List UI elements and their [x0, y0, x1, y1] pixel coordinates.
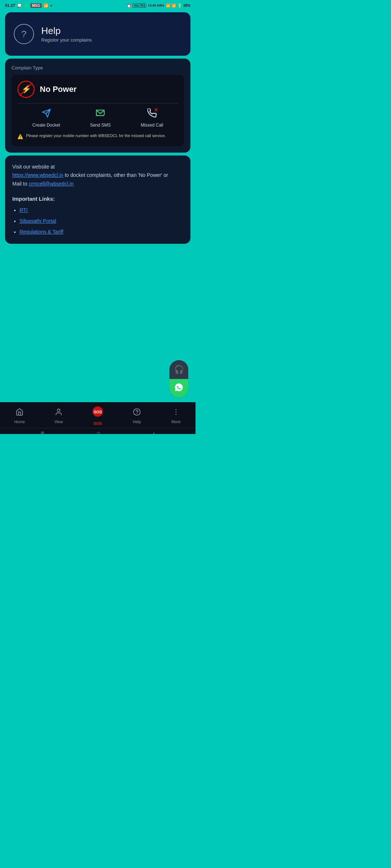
- main-content: ? Help Registor your complains Complain …: [0, 10, 196, 244]
- svg-text:SOS: SOS: [93, 410, 102, 414]
- bolt-icon: ⚡: [21, 85, 31, 94]
- sos-icon: SOS: [92, 406, 104, 420]
- agent-fab-button[interactable]: 🎧: [169, 360, 188, 379]
- list-item: Silpasathi Portal: [20, 217, 183, 226]
- create-docket-icon: [42, 109, 51, 120]
- send-sms-icon: [96, 109, 105, 120]
- help-text: Help Registor your complains: [41, 25, 92, 43]
- volte-badge: VoLTE2: [133, 3, 146, 8]
- home-icon: [16, 408, 24, 418]
- status-bar: 01:27 💬 MSG 📶 ● ⏰ VoLTE2 13.93 KB/s 📶 📶 …: [0, 0, 196, 10]
- regulations-link[interactable]: Regulations & Tariff: [20, 229, 63, 235]
- complain-inner: ⚡ No Power Create Docket: [12, 75, 184, 146]
- nav-items: Home View SOS SOS: [0, 402, 196, 428]
- warning-icon: ⚠️: [17, 133, 23, 140]
- help-nav-label: Help: [133, 420, 141, 424]
- battery-text: 38%: [183, 4, 190, 8]
- wifi-icon: 📶: [166, 4, 170, 8]
- status-right: ⏰ VoLTE2 13.93 KB/s 📶 📶 🔋 38%: [127, 3, 190, 8]
- warning-box: ⚠️ Please register your mobile number wi…: [17, 133, 178, 140]
- alarm-icon: ⏰: [127, 4, 131, 8]
- sos-label: SOS: [93, 421, 102, 426]
- battery-icon: 🔋: [177, 4, 182, 8]
- silpasathi-link[interactable]: Silpasathi Portal: [20, 218, 56, 224]
- nav-help[interactable]: Help: [117, 408, 156, 424]
- mail-link[interactable]: crmcell@wbsedcl.in: [29, 181, 73, 187]
- rti-link[interactable]: RTI: [20, 207, 28, 213]
- important-links-list: RTI Silpasathi Portal Regulations & Tari…: [12, 206, 183, 236]
- no-power-row: ⚡ No Power: [17, 81, 178, 103]
- more-icon: [172, 408, 180, 418]
- missed-call-label: Missed Call: [141, 123, 163, 128]
- home-button[interactable]: ○: [97, 430, 101, 434]
- info-section: Visit our website at https://www.wbsedcl…: [5, 156, 190, 244]
- help-icon-circle: ?: [14, 24, 34, 44]
- help-subtitle: Registor your complains: [41, 37, 92, 43]
- missed-call-button[interactable]: ✕ Missed Call: [141, 109, 163, 128]
- bottom-nav: Home View SOS SOS: [0, 402, 196, 434]
- action-buttons-row: Create Docket Send SMS: [17, 109, 178, 128]
- missed-call-icon: ✕: [147, 109, 157, 120]
- no-power-text: No Power: [40, 85, 76, 94]
- question-mark-icon: ?: [21, 29, 26, 40]
- menu-button[interactable]: ≡: [41, 430, 45, 434]
- svg-point-3: [57, 409, 60, 411]
- website-link[interactable]: https://www.wbsedcl.in: [12, 172, 63, 178]
- more-label: More: [171, 420, 180, 424]
- nav-sos[interactable]: SOS SOS: [78, 406, 117, 426]
- list-item: Regulations & Tariff: [20, 228, 183, 237]
- svg-point-10: [176, 414, 177, 415]
- create-docket-label: Create Docket: [32, 123, 60, 128]
- nav-view[interactable]: View: [39, 408, 78, 424]
- svg-point-9: [176, 411, 177, 412]
- status-left: 01:27 💬 MSG 📶 ●: [5, 3, 52, 8]
- agent-icon: 🎧: [174, 365, 184, 374]
- visit-text: Visit our website at https://www.wbsedcl…: [12, 163, 183, 188]
- view-icon: [55, 408, 63, 418]
- fab-container: 🎧: [169, 360, 188, 398]
- svg-point-8: [176, 409, 177, 410]
- nav-more[interactable]: More: [156, 408, 196, 424]
- help-title: Help: [41, 25, 92, 37]
- extra-icon: 📶: [43, 3, 49, 8]
- complain-type-label: Complain Type: [12, 65, 184, 71]
- network-speed: 13.93 KB/s: [148, 4, 164, 7]
- create-docket-button[interactable]: Create Docket: [32, 109, 60, 128]
- list-item: RTI: [20, 206, 183, 215]
- signal-icon: 📶: [172, 4, 176, 8]
- important-links-title: Important Links:: [12, 194, 183, 204]
- help-nav-icon: [133, 408, 141, 418]
- home-label: Home: [14, 420, 25, 424]
- help-header-card: ? Help Registor your complains: [5, 12, 190, 56]
- send-sms-button[interactable]: Send SMS: [90, 109, 111, 128]
- whatsapp-icon: [24, 3, 29, 8]
- no-power-icon: ⚡: [17, 81, 35, 98]
- whatsapp-fab-button[interactable]: [169, 379, 188, 398]
- msg-icon: MSG: [30, 3, 42, 8]
- send-sms-label: Send SMS: [90, 123, 111, 128]
- view-label: View: [54, 420, 63, 424]
- complain-card: Complain Type ⚡ No Power: [5, 59, 190, 153]
- android-bar: ≡ ○ ‹: [0, 428, 196, 434]
- warning-text: Please register your mobile number with …: [26, 133, 166, 139]
- dot-icon: ●: [50, 4, 52, 7]
- time: 01:27: [5, 3, 15, 8]
- chat-icon: 💬: [17, 3, 22, 8]
- important-links: Important Links: RTI Silpasathi Portal R…: [12, 194, 183, 237]
- whatsapp-icon: [174, 383, 184, 394]
- back-button[interactable]: ‹: [153, 430, 155, 434]
- nav-home[interactable]: Home: [0, 408, 39, 424]
